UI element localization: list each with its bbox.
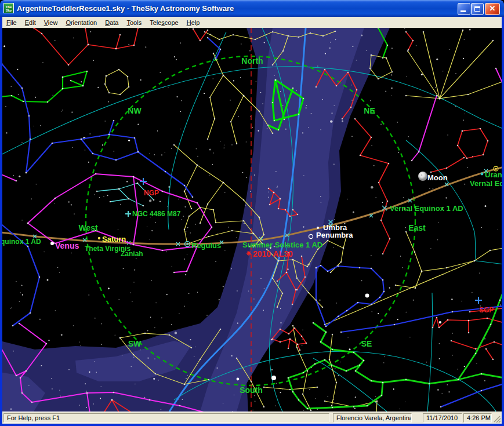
label-ngc-4486-m87: NGC 4486 M87 (132, 210, 181, 218)
label-moon: Moon (427, 173, 448, 182)
maximize-button[interactable] (471, 3, 484, 15)
penumbra-dot (317, 227, 319, 229)
moon-disc (418, 172, 427, 181)
label-saturn: Saturn (102, 235, 126, 243)
label-vernal-equinox: Vernal Equinox (470, 179, 502, 188)
label-ne: NE (364, 106, 375, 115)
label-se: SE (361, 339, 372, 348)
label-2010-al30: 2010 AL30 (253, 249, 293, 258)
label-summer-solstice-1-ad: Summer Solstice 1 AD (242, 241, 322, 249)
label-equinox-1-ad: Equinox 1 AD (2, 238, 41, 246)
label-sw: SW (128, 339, 142, 348)
label-north: North (241, 56, 263, 65)
status-help-text: For Help, press F1 (3, 413, 329, 423)
menu-item-tools[interactable]: Tools (122, 18, 146, 27)
label-sgp: SGP (479, 306, 494, 314)
maximize-icon (474, 6, 480, 12)
app-window: TheSky ArgentineToddlerRescue1.sky - The… (0, 0, 504, 426)
label-vernal-equinox-1-ad: Vernal Equinox 1 AD (390, 204, 463, 213)
label-south: South (240, 385, 263, 395)
bright-star-2 (237, 378, 240, 381)
close-icon: ✕ (485, 4, 499, 13)
asteroid-2010-al30-marker (246, 251, 251, 256)
menu-item-telescope[interactable]: Telescope (146, 18, 183, 27)
menu-item-view[interactable]: View (40, 18, 62, 27)
window-title: ArgentineToddlerRescue1.sky - TheSky Ast… (17, 4, 234, 13)
menu-item-orientation[interactable]: Orientation (61, 18, 101, 27)
minimize-button[interactable] (458, 3, 470, 15)
bright-star-1 (271, 376, 276, 380)
uranus-dot (481, 173, 484, 176)
label-venus: Venus (55, 241, 79, 250)
status-bar: For Help, press F1 Florencio Varela, Arg… (2, 412, 502, 424)
bright-star-3 (365, 294, 369, 298)
minimize-icon (461, 10, 466, 12)
label-nw: NW (128, 106, 142, 115)
status-time: 4:26 PM (463, 413, 492, 423)
label-uranus: Uranus (485, 170, 502, 179)
resize-grip[interactable] (493, 415, 501, 423)
menu-bar: FileEditViewOrientationDataToolsTelescop… (2, 17, 502, 28)
label-zaniah: Zaniah (121, 250, 143, 258)
label-east: East (408, 223, 426, 232)
label-regulus: Regulus (191, 241, 221, 250)
menu-item-help[interactable]: Help (183, 18, 204, 27)
close-button[interactable]: ✕ (485, 3, 500, 15)
label-ngp: NGP (144, 189, 159, 197)
saturn-dot (98, 237, 100, 239)
menu-item-edit[interactable]: Edit (21, 18, 40, 27)
label-penumbra: Penumbra (316, 231, 353, 239)
title-bar[interactable]: TheSky ArgentineToddlerRescue1.sky - The… (0, 0, 504, 17)
menu-item-data[interactable]: Data (101, 18, 122, 27)
status-date: 11/17/2010 (423, 413, 462, 423)
label-west: West (78, 223, 98, 232)
status-location: Florencio Varela, Argentina (333, 413, 412, 423)
menu-item-file[interactable]: File (2, 18, 21, 27)
sky-chart[interactable]: NorthNWNEWestEastSWSESouthNGPSGPNGC 4486… (2, 28, 502, 412)
thesky-app-icon: TheSky (3, 3, 14, 13)
venus-dot (50, 242, 54, 245)
